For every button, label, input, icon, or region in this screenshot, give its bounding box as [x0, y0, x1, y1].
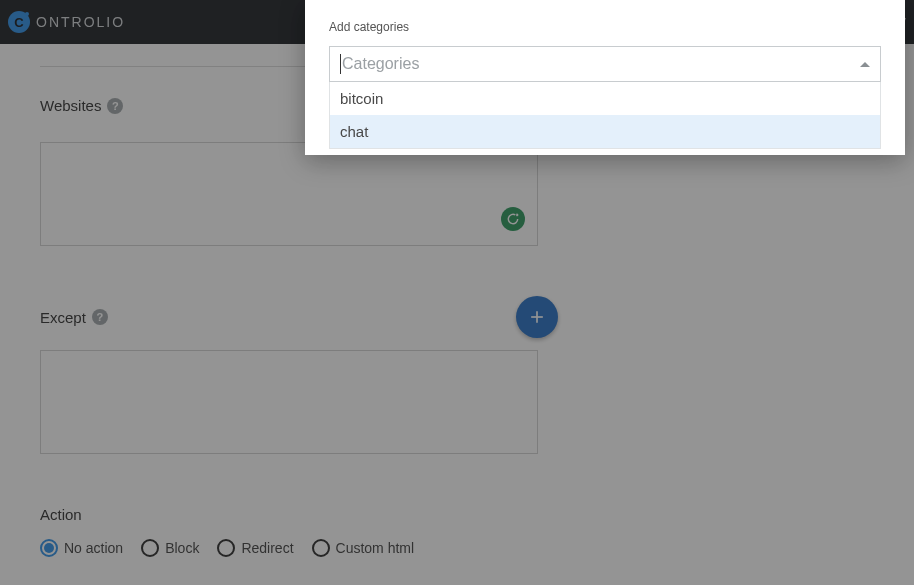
text-cursor [340, 54, 341, 74]
dropdown-option-bitcoin[interactable]: bitcoin [330, 82, 880, 115]
chevron-up-icon[interactable] [860, 62, 870, 67]
modal-title: Add categories [329, 20, 881, 34]
categories-dropdown: bitcoin chat [329, 82, 881, 149]
dropdown-option-chat[interactable]: chat [330, 115, 880, 148]
categories-combobox[interactable]: Categories [329, 46, 881, 82]
combobox-placeholder: Categories [342, 55, 419, 73]
add-categories-modal: Add categories Categories bitcoin chat [305, 0, 905, 155]
